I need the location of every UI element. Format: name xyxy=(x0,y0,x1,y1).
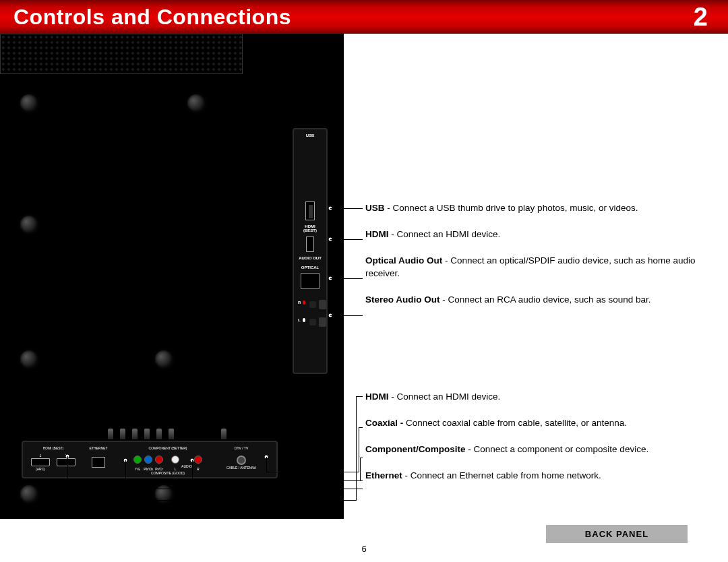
ethernet-label: ETHERNET xyxy=(90,447,108,451)
audio-label: AUDIO xyxy=(181,465,192,469)
bottom-port-panel: HDMI (BEST) 1 (ARC) 2 ETHERNET xyxy=(22,441,278,478)
callout-line xyxy=(360,458,363,458)
ethernet-port-icon xyxy=(92,457,105,468)
callout-line xyxy=(359,427,359,472)
yg-port-icon xyxy=(133,456,142,464)
callout-line xyxy=(192,460,193,480)
desc-coaxial: Coaxial - Connect coaxial cable from cab… xyxy=(365,417,702,430)
side-port-panel: USB HDMI (BEST) AUDIO OUT OPTICAL R L xyxy=(293,128,328,374)
usb-label: USB xyxy=(294,133,326,138)
callout-line xyxy=(67,500,356,501)
component-label: COMPONENT (BETTER) xyxy=(149,447,187,451)
usb-port-icon xyxy=(305,201,315,220)
cable-antenna-label: CABLE / ANTENNA xyxy=(226,466,256,470)
tv-back-illustration: USB HDMI (BEST) AUDIO OUT OPTICAL R L HD… xyxy=(0,34,344,519)
audio-out-label: AUDIO OUT xyxy=(294,256,326,261)
rca-red-dot-icon xyxy=(303,301,305,305)
callout-line xyxy=(360,458,361,481)
audio-r-label: R xyxy=(193,468,203,472)
side-port-descriptions: USB - Connect a USB thumb drive to play … xyxy=(365,202,702,319)
optical-port-icon xyxy=(301,273,320,289)
hdmi2-port-icon xyxy=(57,458,75,466)
callout-line xyxy=(266,457,267,472)
hdmi1-port-icon xyxy=(31,458,50,466)
dtv-tv-label: DTV / TV xyxy=(235,447,248,451)
optical-label: OPTICAL xyxy=(294,266,326,270)
yg-label: Y/G xyxy=(133,468,142,472)
rca-white-dot-icon xyxy=(303,318,305,322)
hdmi1-label: 1 xyxy=(31,454,50,458)
hdmi-best-label-bottom: HDMI (BEST) xyxy=(43,447,64,451)
chapter-title: Controls and Connections xyxy=(13,5,291,30)
desc-hdmi-side: HDMI - Connect an HDMI device. xyxy=(365,228,702,241)
desc-ethernet: Ethernet - Connect an Ethernet cable fro… xyxy=(365,470,702,482)
page-number: 6 xyxy=(0,544,728,554)
callout-line xyxy=(192,480,363,481)
footer-section-label: BACK PANEL xyxy=(546,525,688,543)
coax-port-icon xyxy=(237,456,246,465)
callout-line xyxy=(125,489,363,489)
audio-l-port-icon xyxy=(171,456,179,464)
callout-line xyxy=(330,208,363,209)
desc-stereo: Stereo Audio Out - Connect an RCA audio … xyxy=(365,294,702,307)
chapter-number: 2 xyxy=(694,3,708,32)
composite-good-label: COMPOSITE (GOOD) xyxy=(151,472,185,476)
chapter-header: Controls and Connections 2 xyxy=(0,0,728,34)
bottom-port-descriptions: HDMI - Connect an HDMI device. Coaxial -… xyxy=(365,391,702,496)
hdmi-best-label: (BEST) xyxy=(294,228,326,233)
desc-hdmi-bottom: HDMI - Connect an HDMI device. xyxy=(365,391,702,404)
callout-line xyxy=(67,456,68,500)
callout-line xyxy=(266,472,359,472)
callout-line xyxy=(359,427,363,428)
hdmi-port-icon xyxy=(306,236,314,252)
desc-optical: Optical Audio Out - Connect an optical/S… xyxy=(365,255,702,280)
hdmi-label: HDMI xyxy=(294,224,326,229)
callout-line xyxy=(125,460,126,489)
rca-r-label: R xyxy=(298,301,301,305)
audio-r-port-icon xyxy=(194,456,202,464)
callout-line xyxy=(330,239,363,240)
desc-usb: USB - Connect a USB thumb drive to play … xyxy=(365,202,702,215)
callout-line xyxy=(330,278,363,279)
pbcb-port-icon xyxy=(144,456,152,464)
hdmi-arc-label: (ARC) xyxy=(31,468,50,472)
desc-component: Component/Composite - Connect a componen… xyxy=(365,443,702,456)
callout-line xyxy=(330,315,363,316)
rca-r-jack-icon xyxy=(319,300,326,309)
prcr-port-icon xyxy=(155,456,163,464)
callout-line xyxy=(356,396,363,397)
rca-l-jack-icon xyxy=(319,317,327,327)
rca-l-label: L xyxy=(298,318,301,322)
callout-line xyxy=(356,396,357,501)
